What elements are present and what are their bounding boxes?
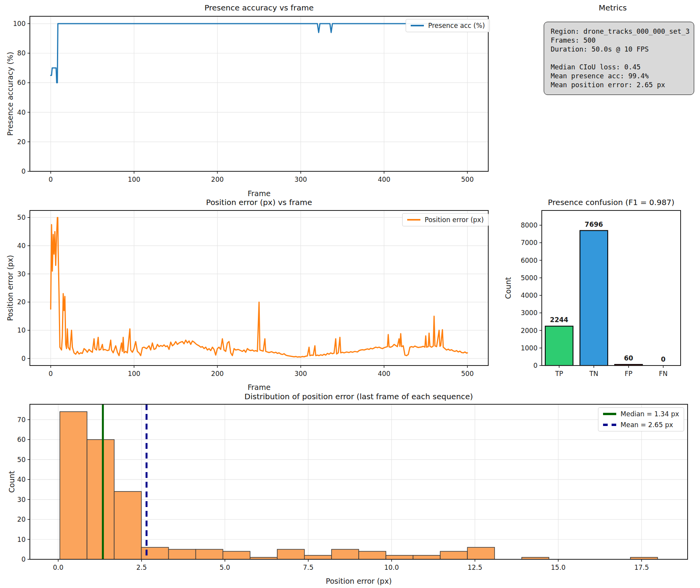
presence-ylabel: Presence accuracy (%) xyxy=(6,52,14,136)
confusion-ylabel: Count xyxy=(504,277,512,299)
svg-text:7696: 7696 xyxy=(585,221,603,228)
svg-text:50: 50 xyxy=(17,214,26,221)
svg-text:80: 80 xyxy=(17,49,26,57)
metrics-line-region: Region: drone_tracks_000_000_set_3 xyxy=(551,27,687,36)
svg-text:70: 70 xyxy=(17,416,26,424)
svg-text:40: 40 xyxy=(17,242,26,250)
histogram-xlabel: Position error (px) xyxy=(326,577,392,585)
svg-text:10.0: 10.0 xyxy=(384,564,399,571)
svg-text:300: 300 xyxy=(294,370,307,378)
svg-text:FP: FP xyxy=(625,370,633,378)
svg-text:500: 500 xyxy=(461,176,474,183)
svg-text:400: 400 xyxy=(378,176,390,183)
svg-text:60: 60 xyxy=(17,436,26,443)
svg-text:20: 20 xyxy=(17,138,26,146)
svg-text:17.5: 17.5 xyxy=(634,564,649,571)
metrics-title: Metrics xyxy=(599,3,627,12)
svg-text:200: 200 xyxy=(211,370,223,378)
presence-accuracy-plot: 0100200300400500020406080100 xyxy=(13,16,488,183)
svg-text:50: 50 xyxy=(17,456,26,464)
metrics-line-frames: Frames: 500 xyxy=(551,36,687,45)
position-legend: Position error (px) xyxy=(402,213,489,226)
svg-text:20: 20 xyxy=(17,298,26,306)
median-legend-entry: Median = 1.34 px xyxy=(603,410,679,418)
svg-text:100: 100 xyxy=(13,20,26,28)
svg-text:7000: 7000 xyxy=(521,239,538,247)
position-line-swatch xyxy=(407,219,420,221)
svg-text:5000: 5000 xyxy=(521,274,538,282)
mean-legend-label: Mean = 2.65 px xyxy=(620,421,673,429)
svg-text:2.5: 2.5 xyxy=(136,564,147,571)
svg-text:0: 0 xyxy=(661,355,665,363)
metrics-line-duration: Duration: 50.0s @ 10 FPS xyxy=(551,45,687,54)
presence-chart-title: Presence accuracy vs frame xyxy=(204,3,313,12)
histogram-ylabel: Count xyxy=(7,471,16,493)
svg-text:400: 400 xyxy=(378,370,390,378)
svg-text:30: 30 xyxy=(17,496,26,504)
svg-text:12.5: 12.5 xyxy=(468,564,482,571)
svg-text:0: 0 xyxy=(533,362,538,369)
svg-text:8000: 8000 xyxy=(521,221,538,229)
svg-text:6000: 6000 xyxy=(521,257,538,264)
position-error-plot: 010020030040050001020304050 xyxy=(17,210,488,378)
svg-text:0: 0 xyxy=(21,167,26,175)
svg-text:0: 0 xyxy=(21,355,26,362)
svg-text:2000: 2000 xyxy=(521,327,538,335)
median-legend-label: Median = 1.34 px xyxy=(620,410,679,418)
svg-text:2244: 2244 xyxy=(550,316,568,324)
svg-text:0: 0 xyxy=(48,176,53,183)
svg-text:0.0: 0.0 xyxy=(53,564,64,571)
confusion-chart-title: Presence confusion (F1 = 0.987) xyxy=(548,198,674,207)
position-chart-title: Position error (px) vs frame xyxy=(206,198,312,207)
svg-text:40: 40 xyxy=(17,109,26,116)
metrics-line-blank xyxy=(551,54,687,63)
presence-xlabel: Frame xyxy=(247,189,270,198)
position-ylabel: Position error (px) xyxy=(6,255,14,321)
presence-legend: Presence acc (%) xyxy=(406,19,490,32)
svg-text:100: 100 xyxy=(128,370,140,378)
mean-legend-entry: Mean = 2.65 px xyxy=(603,421,673,429)
svg-text:300: 300 xyxy=(294,176,307,183)
metrics-line-ciou: Median CIoU loss: 0.45 xyxy=(551,63,687,72)
median-line-swatch xyxy=(603,413,616,415)
svg-text:10: 10 xyxy=(17,536,26,543)
position-legend-label: Position error (px) xyxy=(425,216,484,224)
metrics-line-position-error: Mean position error: 2.65 px xyxy=(551,81,687,90)
mean-line-swatch xyxy=(603,424,616,426)
svg-text:FN: FN xyxy=(659,370,668,378)
svg-text:40: 40 xyxy=(17,476,26,483)
svg-text:TN: TN xyxy=(589,370,598,378)
histogram-chart-title: Distribution of position error (last fra… xyxy=(244,392,473,401)
svg-text:3000: 3000 xyxy=(521,309,538,317)
svg-text:100: 100 xyxy=(128,176,140,183)
figure-canvas: 0100200300400500020406080100010020030040… xyxy=(0,0,700,588)
svg-text:1000: 1000 xyxy=(521,344,538,352)
svg-text:60: 60 xyxy=(17,79,26,86)
error-histogram-plot: 0.02.55.07.510.012.515.017.5010203040506… xyxy=(17,404,688,571)
metrics-line-presence-acc: Mean presence acc: 99.4% xyxy=(551,72,687,81)
presence-legend-label: Presence acc (%) xyxy=(428,22,485,29)
svg-text:5.0: 5.0 xyxy=(220,564,230,571)
svg-text:TP: TP xyxy=(555,370,563,378)
svg-text:4000: 4000 xyxy=(521,291,538,299)
position-xlabel: Frame xyxy=(247,383,270,391)
metrics-box: Region: drone_tracks_000_000_set_3 Frame… xyxy=(544,22,694,95)
histogram-legend: Median = 1.34 px Mean = 2.65 px xyxy=(598,407,684,431)
svg-text:0: 0 xyxy=(48,370,53,378)
svg-text:200: 200 xyxy=(211,176,223,183)
svg-text:30: 30 xyxy=(17,270,26,278)
presence-confusion-plot: 2244TP7696TN60FP0FN010002000300040005000… xyxy=(521,210,681,378)
svg-text:500: 500 xyxy=(461,370,474,378)
svg-text:15.0: 15.0 xyxy=(551,564,566,571)
svg-text:0: 0 xyxy=(21,555,26,563)
svg-text:7.5: 7.5 xyxy=(303,564,313,571)
svg-text:20: 20 xyxy=(17,516,26,523)
svg-text:60: 60 xyxy=(624,354,633,362)
presence-line-swatch xyxy=(411,25,424,26)
svg-text:10: 10 xyxy=(17,326,26,334)
